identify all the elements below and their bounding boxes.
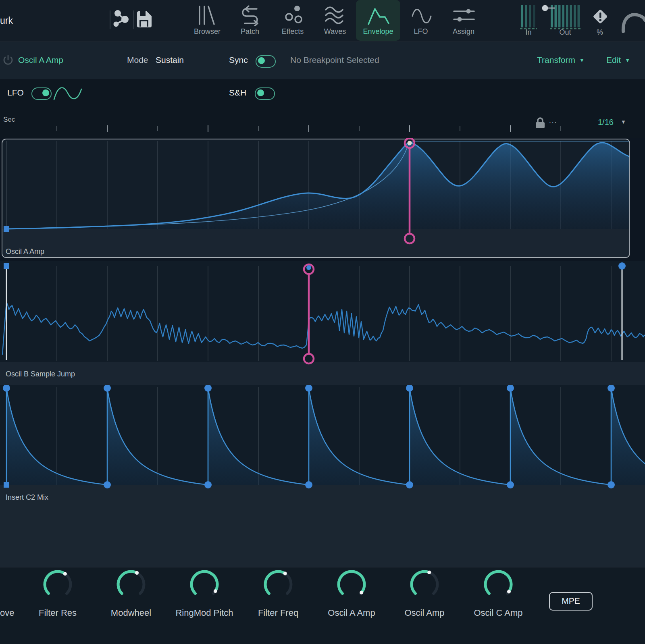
- modulation-row: LFO S&H: [0, 79, 645, 108]
- lfo-label: LFO: [7, 88, 24, 98]
- time-ruler: Sec 0.25 0.50 0.75 1.00 1.25 ... Grid 1/…: [0, 108, 645, 137]
- knob-label: Oscil C Amp: [454, 608, 543, 618]
- percent-label: %: [588, 28, 612, 37]
- sync-label: Sync: [229, 55, 248, 65]
- loop-edge-handle[interactable]: [618, 262, 626, 270]
- decay-base-handle[interactable]: [104, 481, 111, 488]
- transform-dropdown[interactable]: Transform▼: [537, 55, 585, 65]
- edit-dropdown[interactable]: Edit▼: [606, 55, 630, 65]
- decay-base-handle[interactable]: [4, 482, 9, 488]
- envelope-lane-oscil-b-sample-jump[interactable]: [0, 261, 645, 385]
- knob-oscil-a-amp[interactable]: [333, 566, 370, 602]
- mode-value[interactable]: Sustain: [156, 55, 184, 65]
- browser-icon: [197, 5, 217, 26]
- envelope-icon: [367, 5, 390, 26]
- tab-effects[interactable]: Effects: [270, 0, 315, 41]
- synth-envelope-window: urk: [0, 0, 645, 644]
- knob-ringmod-pitch[interactable]: [186, 566, 223, 602]
- loop-edge-handle[interactable]: [4, 263, 9, 269]
- mpe-button[interactable]: MPE: [549, 592, 593, 611]
- envelope-header: Oscil A Amp Mode Sustain Sync No Breakpo…: [0, 42, 645, 80]
- tab-envelope[interactable]: Envelope: [356, 0, 400, 41]
- top-toolbar: urk: [0, 0, 645, 42]
- lane-label: Oscil A Amp: [6, 247, 44, 256]
- sh-toggle-thumb: [257, 89, 264, 96]
- io-meters: [518, 3, 586, 31]
- lfo-toggle[interactable]: [31, 87, 52, 100]
- tab-patch[interactable]: Patch: [228, 0, 272, 41]
- lane-label: Oscil B Sample Jump: [6, 370, 75, 378]
- envelope-lane-insert-c2-mix[interactable]: [0, 385, 645, 567]
- share-icon[interactable]: [113, 9, 132, 31]
- knob-oscil-c-amp[interactable]: [480, 566, 516, 602]
- lfo-tab-icon: [411, 6, 432, 25]
- envelope-start-handle[interactable]: [4, 226, 9, 232]
- output-volume-slider[interactable]: [542, 5, 548, 11]
- sh-label: S&H: [229, 88, 246, 98]
- sh-toggle[interactable]: [255, 87, 275, 100]
- decay-base-handle[interactable]: [507, 481, 514, 488]
- out-meter-label: Out: [553, 28, 577, 37]
- lane-label: Insert C2 Mix: [6, 493, 48, 502]
- effects-icon: [284, 4, 302, 26]
- envelope-name[interactable]: Oscil A Amp: [18, 55, 63, 65]
- waves-icon: [324, 5, 347, 26]
- lfo-sine-icon[interactable]: [52, 82, 83, 105]
- more-options[interactable]: ...: [549, 117, 557, 125]
- tab-lfo[interactable]: LFO: [399, 0, 443, 41]
- decay-base-handle[interactable]: [204, 481, 212, 488]
- sync-toggle[interactable]: [256, 55, 276, 68]
- tab-waves[interactable]: Waves: [313, 0, 357, 41]
- chevron-down-icon[interactable]: ▼: [621, 119, 626, 125]
- decay-base-handle[interactable]: [406, 481, 413, 488]
- knob-oscil-amp[interactable]: [406, 566, 443, 602]
- toolbar-divider: [133, 10, 134, 29]
- in-meter-label: In: [516, 28, 541, 37]
- save-icon[interactable]: [136, 10, 152, 29]
- decay-base-handle[interactable]: [305, 481, 312, 488]
- breakpoint-status: No Breakpoint Selected: [290, 55, 379, 65]
- envelope-lane-oscil-a-amp[interactable]: [0, 138, 645, 261]
- chevron-down-icon: ▼: [579, 57, 585, 63]
- patch-name: urk: [0, 15, 13, 26]
- knob-filter-freq[interactable]: [260, 566, 296, 602]
- ruler-ticks: [0, 108, 645, 137]
- decay-base-handle[interactable]: [608, 481, 615, 488]
- toolbar-divider: [110, 10, 110, 29]
- tab-browser[interactable]: Browser: [185, 0, 229, 41]
- chevron-down-icon: ▼: [625, 57, 630, 63]
- sync-toggle-thumb: [258, 57, 265, 64]
- tab-assign[interactable]: Assign: [441, 0, 486, 41]
- assign-icon: [452, 6, 476, 25]
- lock-icon[interactable]: [535, 117, 546, 129]
- macro-knob-bar: ove Filter Res Modwheel RingMod Pitch Fi…: [0, 567, 645, 644]
- grid-division[interactable]: 1/16: [598, 118, 614, 127]
- clip-warning-icon[interactable]: [591, 7, 610, 26]
- lfo-toggle-thumb: [42, 89, 49, 96]
- knob-filter-res[interactable]: [40, 566, 76, 602]
- partial-wave-icon: [621, 8, 645, 33]
- patch-icon: [238, 5, 262, 26]
- mode-label: Mode: [127, 55, 148, 65]
- power-icon[interactable]: [2, 54, 14, 66]
- knob-modwheel[interactable]: [113, 566, 149, 602]
